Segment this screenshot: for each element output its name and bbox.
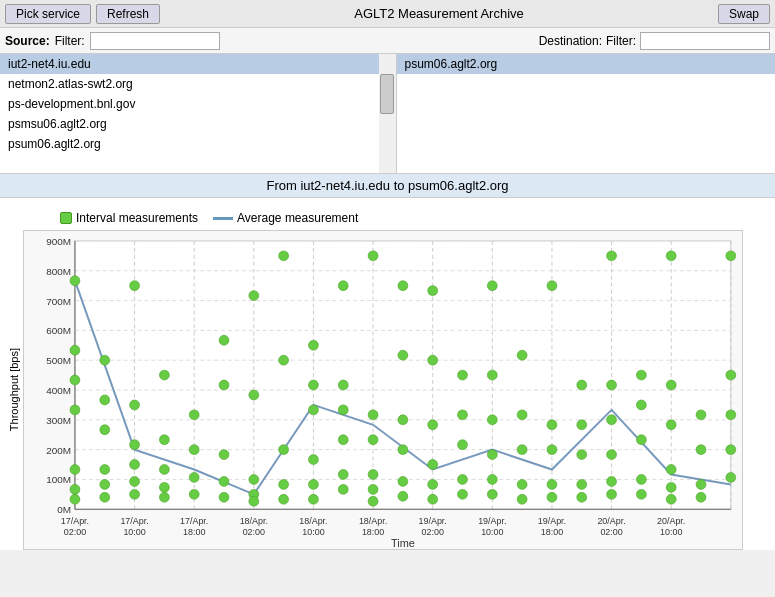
- svg-point-141: [487, 489, 497, 499]
- swap-button[interactable]: Swap: [718, 4, 770, 24]
- source-list-item[interactable]: iut2-net4.iu.edu: [0, 54, 379, 74]
- svg-point-139: [487, 450, 497, 460]
- svg-point-87: [219, 380, 229, 390]
- dest-list-item[interactable]: psum06.aglt2.org: [397, 54, 776, 74]
- svg-point-89: [219, 476, 229, 486]
- svg-point-104: [308, 455, 318, 465]
- svg-point-156: [577, 492, 587, 502]
- svg-point-132: [458, 410, 468, 420]
- svg-point-108: [338, 380, 348, 390]
- svg-text:Time: Time: [391, 537, 415, 549]
- svg-text:10:00: 10:00: [302, 527, 324, 537]
- svg-point-182: [726, 472, 736, 482]
- interval-icon: [60, 212, 72, 224]
- svg-text:10:00: 10:00: [481, 527, 503, 537]
- y-axis-label: Throughput [bps]: [8, 348, 20, 431]
- svg-text:10:00: 10:00: [123, 527, 145, 537]
- source-scrollbar[interactable]: [379, 54, 397, 173]
- svg-point-179: [726, 370, 736, 380]
- svg-point-90: [219, 492, 229, 502]
- svg-text:02:00: 02:00: [64, 527, 86, 537]
- svg-point-117: [368, 484, 378, 494]
- dest-filter-input[interactable]: [640, 32, 770, 50]
- svg-point-88: [219, 450, 229, 460]
- svg-point-130: [428, 494, 438, 504]
- svg-point-161: [607, 476, 617, 486]
- svg-text:02:00: 02:00: [243, 527, 265, 537]
- svg-point-144: [517, 445, 527, 455]
- svg-text:400M: 400M: [46, 385, 71, 396]
- svg-text:18/Apr.: 18/Apr.: [299, 516, 327, 526]
- svg-point-114: [368, 410, 378, 420]
- svg-point-151: [547, 492, 557, 502]
- svg-point-155: [577, 479, 587, 489]
- svg-point-168: [666, 251, 676, 261]
- dest-list: psum06.aglt2.org: [397, 54, 776, 173]
- svg-point-150: [547, 479, 557, 489]
- svg-point-81: [159, 492, 169, 502]
- svg-point-75: [130, 476, 140, 486]
- svg-point-131: [458, 370, 468, 380]
- svg-point-165: [636, 435, 646, 445]
- source-filter-input[interactable]: [90, 32, 220, 50]
- svg-point-101: [308, 340, 318, 350]
- svg-point-160: [607, 450, 617, 460]
- chart-legend: Interval measurements Average measuremen…: [0, 206, 775, 230]
- svg-point-174: [696, 410, 706, 420]
- svg-point-106: [308, 494, 318, 504]
- pick-service-button[interactable]: Pick service: [5, 4, 91, 24]
- svg-point-167: [636, 489, 646, 499]
- svg-text:800M: 800M: [46, 266, 71, 277]
- source-list-item[interactable]: netmon2.atlas-swt2.org: [0, 74, 379, 94]
- svg-point-157: [607, 251, 617, 261]
- svg-point-98: [279, 445, 289, 455]
- refresh-button[interactable]: Refresh: [96, 4, 160, 24]
- svg-point-78: [159, 435, 169, 445]
- source-list: iut2-net4.iu.edunetmon2.atlas-swt2.orgps…: [0, 54, 379, 173]
- svg-text:17/Apr.: 17/Apr.: [180, 516, 208, 526]
- svg-point-124: [398, 491, 408, 501]
- svg-point-120: [398, 350, 408, 360]
- svg-point-63: [70, 484, 80, 494]
- svg-point-170: [666, 420, 676, 430]
- svg-point-148: [547, 420, 557, 430]
- svg-point-172: [666, 482, 676, 492]
- svg-point-80: [159, 482, 169, 492]
- destination-label: Destination:: [539, 34, 602, 48]
- svg-point-105: [308, 479, 318, 489]
- svg-point-154: [577, 450, 587, 460]
- svg-text:100M: 100M: [46, 474, 71, 485]
- svg-text:700M: 700M: [46, 296, 71, 307]
- svg-point-129: [428, 479, 438, 489]
- svg-point-77: [159, 370, 169, 380]
- svg-point-67: [100, 425, 110, 435]
- svg-point-136: [487, 281, 497, 291]
- svg-point-118: [368, 496, 378, 506]
- svg-point-96: [279, 251, 289, 261]
- svg-point-158: [607, 380, 617, 390]
- svg-point-76: [130, 489, 140, 499]
- svg-text:02:00: 02:00: [422, 527, 444, 537]
- source-list-item[interactable]: ps-development.bnl.gov: [0, 94, 379, 114]
- from-to-bar: From iut2-net4.iu.edu to psum06.aglt2.or…: [0, 174, 775, 198]
- filter-bar: Source: Filter: Destination: Filter:: [0, 28, 775, 54]
- svg-point-140: [487, 474, 497, 484]
- svg-point-116: [368, 470, 378, 480]
- svg-point-92: [249, 390, 259, 400]
- svg-point-178: [726, 251, 736, 261]
- source-list-item[interactable]: psmsu06.aglt2.org: [0, 114, 379, 134]
- svg-point-113: [368, 251, 378, 261]
- svg-point-121: [398, 415, 408, 425]
- svg-point-93: [249, 474, 259, 484]
- source-list-item[interactable]: psum06.aglt2.org: [0, 134, 379, 154]
- svg-point-166: [636, 474, 646, 484]
- svg-text:17/Apr.: 17/Apr.: [61, 516, 89, 526]
- svg-point-112: [338, 484, 348, 494]
- svg-point-72: [130, 400, 140, 410]
- svg-text:600M: 600M: [46, 325, 71, 336]
- svg-text:18:00: 18:00: [541, 527, 563, 537]
- svg-point-59: [70, 345, 80, 355]
- svg-point-84: [189, 472, 199, 482]
- svg-point-138: [487, 415, 497, 425]
- svg-point-176: [696, 479, 706, 489]
